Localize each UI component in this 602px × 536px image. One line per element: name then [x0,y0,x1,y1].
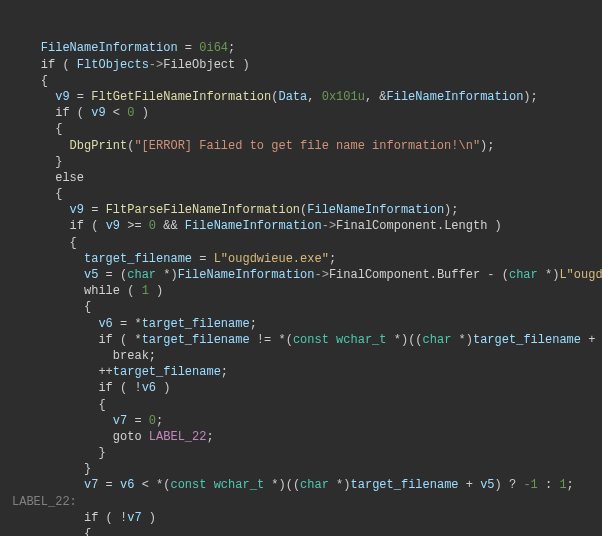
code-line: } [12,446,106,460]
code-line: v9 = FltParseFileNameInformation(FileNam… [12,203,459,217]
code-line: ++target_filename; [12,365,228,379]
code-line: { [12,236,77,250]
code-line: DbgPrint("[ERROR] Failed to get file nam… [12,139,494,153]
code-line: v6 = *target_filename; [12,317,257,331]
code-line: FileNameInformation = 0i64; [12,41,235,55]
code-line: if ( !v6 ) [12,381,170,395]
code-line: while ( 1 ) [12,284,163,298]
code-line: { [12,187,62,201]
code-block: FileNameInformation = 0i64; if ( FltObje… [12,40,590,536]
code-line: target_filename = L"ougdwieue.exe"; [12,252,336,266]
code-line: } [12,462,91,476]
code-line: v7 = 0; [12,414,163,428]
code-line: if ( v9 >= 0 && FileNameInformation->Fin… [12,219,502,233]
code-line: v9 = FltGetFileNameInformation(Data, 0x1… [12,90,538,104]
code-line: goto LABEL_22; [12,430,214,444]
code-line: v5 = (char *)FileNameInformation->FinalC… [12,268,602,282]
code-line: { [12,398,106,412]
code-line: else [12,171,84,185]
code-line: break; [12,349,156,363]
code-line: if ( v9 < 0 ) [12,106,149,120]
code-line: if ( !v7 ) [12,511,156,525]
code-line: { [12,122,62,136]
code-line: { [12,300,91,314]
code-line: { [12,74,48,88]
code-line: if ( FltObjects->FileObject ) [12,58,250,72]
code-line: v7 = v6 < *(const wchar_t *)((char *)tar… [12,478,574,492]
code-line: } [12,155,62,169]
code-line: if ( *target_filename != *(const wchar_t… [12,333,602,347]
code-line: { [12,527,91,536]
code-line: LABEL_22: [12,495,77,509]
